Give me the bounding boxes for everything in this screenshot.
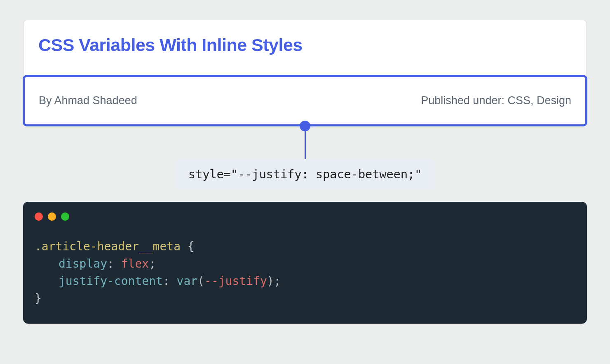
code-prop-justify: justify-content: [59, 274, 163, 288]
code-open-brace: {: [181, 240, 195, 253]
article-title: CSS Variables With Inline Styles: [23, 35, 587, 75]
code-line-display: display: flex;: [35, 255, 575, 273]
code-value-flex: flex: [121, 257, 149, 271]
code-paren-open: (: [197, 274, 204, 288]
code-window: .article-header__meta { display: flex; j…: [23, 202, 587, 324]
code-close-brace: }: [35, 292, 42, 305]
article-byline: By Ahmad Shadeed: [39, 94, 137, 107]
connector-line-icon: [305, 130, 306, 160]
code-line-selector: .article-header__meta {: [35, 238, 575, 255]
code-line-justify: justify-content: var(--justify);: [35, 273, 575, 290]
connector-dot-icon: [300, 121, 310, 131]
article-card: CSS Variables With Inline Styles By Ahma…: [23, 20, 587, 126]
code-selector: .article-header__meta: [35, 240, 181, 253]
code-func-var: var: [177, 274, 198, 288]
traffic-light-yellow-icon: [48, 212, 56, 221]
code-semicolon-2: ;: [274, 274, 281, 288]
code-line-close: }: [35, 290, 575, 307]
traffic-light-red-icon: [35, 212, 43, 221]
code-colon: :: [107, 257, 121, 271]
code-paren-close: ): [267, 274, 274, 288]
inline-style-annotation: style="--justify: space-between;": [176, 159, 434, 189]
code-prop-display: display: [59, 257, 107, 271]
code-semicolon: ;: [149, 257, 156, 271]
annotation-connector: style="--justify: space-between;": [23, 126, 587, 189]
article-meta-row: By Ahmad Shadeed Published under: CSS, D…: [23, 75, 587, 126]
article-published: Published under: CSS, Design: [421, 94, 571, 107]
code-varname: --justify: [204, 274, 267, 288]
code-colon-2: :: [163, 274, 177, 288]
traffic-light-green-icon: [61, 212, 69, 221]
window-traffic-lights: [35, 212, 575, 221]
